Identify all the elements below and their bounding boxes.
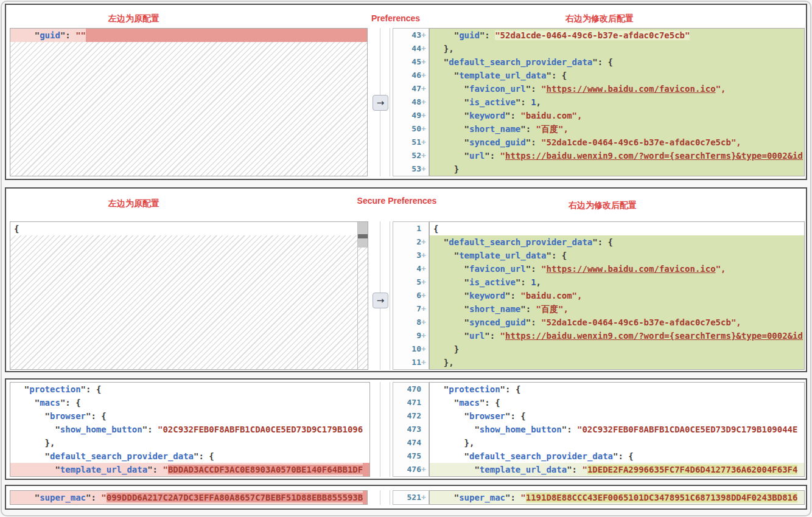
gutter-divider [390, 382, 390, 477]
code-token: ": { [505, 411, 526, 421]
code-token: keyword [469, 111, 505, 120]
code-token: "52da1cde-0464-49c6-b37e-afdac0c7e5cb", [541, 137, 741, 147]
line-number: 49+ [393, 109, 429, 122]
code-token: ": [147, 465, 163, 474]
code-token: https://baidu.wenxin9.com/?word={searchT… [505, 331, 803, 341]
left-pane-label: 左边为原配置 [67, 13, 201, 24]
code-token: " [433, 71, 459, 80]
code-token: template_url_data [459, 251, 546, 260]
line-number: 46+ [393, 69, 429, 82]
code-token: default_search_provider_data [449, 237, 592, 247]
code-token: ": [142, 425, 158, 434]
code-token: ": { [480, 398, 500, 408]
code-token: super_mac [40, 493, 86, 502]
empty-region-hatch [10, 42, 367, 176]
gutter-divider [380, 382, 380, 477]
code-token: " [433, 97, 469, 107]
merge-arrow-button[interactable]: → [373, 293, 388, 308]
code-token: synced_guid [469, 137, 526, 147]
code-token: " [101, 493, 106, 502]
code-line: "short_name": "百度", [430, 302, 804, 316]
original-config-pane: "super_mac": "099DDD6A217C2A7DC3EFFA80A8… [10, 490, 368, 505]
code-token: ": [526, 317, 541, 327]
code-token: ": { [546, 251, 567, 260]
scrollbar[interactable] [357, 222, 368, 369]
code-token: " [433, 277, 469, 287]
code-token: , [536, 277, 541, 287]
code-token: " [433, 111, 469, 120]
code-token: }, [433, 44, 454, 54]
code-token: ": { [194, 451, 214, 461]
code-token: " [14, 465, 60, 474]
modified-config-pane: "protection": { "macs": { "browser": { "… [429, 382, 805, 477]
code-token: ": { [60, 398, 81, 408]
diff-panel-preferences: 左边为原配置 Preferences 右边为修改后配置 "guid": "" →… [5, 4, 807, 180]
code-token: " [433, 398, 459, 408]
code-token: ": [520, 304, 536, 314]
code-line: }, [430, 436, 804, 449]
code-line: "synced_guid": "52da1cde-0464-49c6-b37e-… [430, 316, 804, 329]
modified-config-pane: "guid": "52da1cde-0464-49c6-b37e-afdac0c… [429, 28, 805, 176]
scrollbar-thumb[interactable] [358, 234, 368, 238]
diff-panel-protection-macs: "protection": { "macs": { "browser": { "… [5, 378, 807, 480]
code-token: ", [716, 264, 726, 274]
code-token: template_url_data [459, 71, 546, 80]
line-number: 6+ [393, 289, 429, 302]
code-token: protection [29, 384, 80, 394]
code-line: "favicon_url": "https://www.baidu.com/fa… [430, 262, 804, 276]
line-number: 44+ [393, 42, 429, 55]
right-pane-label: 右边为修改后配置 [527, 13, 673, 24]
code-line: "url": "https://baidu.wenxin9.com/?word=… [430, 329, 804, 342]
code-token: " [433, 57, 449, 67]
code-line: "super_mac": "1191D8E88CCC43EF0065101DC3… [430, 491, 804, 504]
code-token: ": { [592, 57, 613, 67]
code-token: url [469, 331, 485, 341]
code-line: { [10, 222, 368, 235]
code-token: ": { [500, 384, 521, 394]
code-token: "02C932FEB0F8ABFB1CDA0CE5ED73D9C179B1090… [577, 425, 797, 434]
code-token: BDDAD3ACCDF3AC0E8903A0570BE140F64BB1DF [168, 465, 363, 474]
code-line: "synced_guid": "52da1cde-0464-49c6-b37e-… [430, 136, 804, 149]
code-token: ": [505, 291, 520, 300]
line-number: 3+ [393, 249, 429, 262]
code-line: "default_search_provider_data": { [10, 449, 369, 463]
gutter-divider [380, 490, 380, 505]
code-token: ", [716, 84, 726, 94]
code-line: "show_home_button": "02C932FEB0F8ABFB1CD… [430, 423, 804, 436]
code-token: " [14, 493, 40, 502]
code-token: protection [449, 384, 500, 394]
empty-region-hatch [10, 235, 368, 369]
code-line: "macs": { [10, 396, 369, 409]
code-token: 1 [531, 277, 536, 287]
right-pane-label: 右边为修改后配置 [530, 200, 676, 211]
code-token: ": [86, 493, 101, 502]
code-token: " [433, 384, 449, 394]
code-token: default_search_provider_data [469, 451, 613, 461]
code-line: "browser": { [10, 409, 369, 423]
merge-arrow-button[interactable]: → [373, 95, 388, 111]
diff-report: 左边为原配置 Preferences 右边为修改后配置 "guid": "" →… [0, 0, 812, 517]
code-token: ": [505, 111, 520, 120]
code-token: " [163, 465, 167, 474]
code-token: }, [433, 358, 454, 367]
code-line: }, [10, 436, 369, 449]
code-token: }, [14, 438, 55, 448]
code-token: ": [526, 137, 541, 147]
code-token: ": [526, 84, 541, 94]
code-token: ": [520, 124, 536, 134]
code-line: "favicon_url": "https://www.baidu.com/fa… [430, 82, 804, 95]
code-token: " [433, 425, 480, 434]
original-config-pane: { [10, 221, 368, 370]
code-line: "macs": { [430, 396, 804, 409]
code-token: url [469, 151, 485, 161]
diff-fill [363, 463, 369, 476]
code-line: "default_search_provider_data": { [430, 449, 804, 463]
code-line: "show_home_button": "02C932FEB0F8ABFB1CD… [10, 423, 369, 436]
gutter-divider [390, 28, 390, 176]
code-token: browser [50, 411, 86, 421]
line-number-column: 43+44+45+46+47+48+49+50+51+52+53+ [393, 28, 429, 176]
code-token: " [14, 451, 50, 461]
code-token: " [14, 384, 29, 394]
code-token: "" [75, 30, 86, 40]
code-token: https://www.baidu.com/favicon.ico [546, 84, 715, 94]
